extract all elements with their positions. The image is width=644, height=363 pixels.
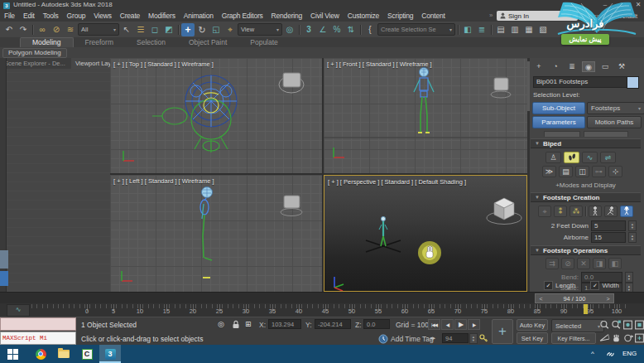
feet-down-spinner[interactable]: ▴▾ — [628, 220, 637, 231]
use-pivot-center-icon[interactable]: ◎ — [283, 23, 296, 36]
field-of-view-icon[interactable] — [599, 332, 610, 344]
clipped-button[interactable] — [544, 131, 580, 137]
motion-tab-icon[interactable]: ◉ — [582, 61, 595, 72]
airborne-field[interactable]: 15 — [591, 232, 626, 243]
spinner-snap-icon[interactable]: ⇅ — [344, 23, 358, 36]
schematic-view-icon[interactable]: ▧ — [536, 23, 550, 36]
taskbar-camtasia[interactable]: C — [76, 345, 98, 363]
menu-item-create[interactable]: Create — [116, 10, 144, 22]
select-by-name-icon[interactable]: ☰ — [134, 23, 147, 36]
zoom-icon[interactable] — [599, 319, 610, 331]
deactivate-footsteps-icon[interactable]: ⊘ — [561, 258, 574, 269]
viewport-left-label[interactable]: [ + ] [ Left ] [ Standard ] [ Wireframe … — [113, 177, 214, 185]
select-and-link-icon[interactable]: ∞ — [36, 23, 49, 36]
create-footsteps-append-icon[interactable]: ⁑ — [554, 206, 567, 217]
maximize-button[interactable]: ▢ — [616, 0, 631, 10]
snaps-toggle-icon[interactable]: 3 — [302, 23, 315, 36]
tray-link-icon[interactable] — [606, 350, 615, 359]
key-mode-toggle-icon[interactable] — [479, 334, 488, 343]
object-name-field[interactable]: Bip001 Footsteps — [533, 76, 627, 88]
next-frame-button[interactable]: > — [603, 296, 613, 302]
airborne-spinner[interactable]: ▴▾ — [628, 232, 637, 243]
length-checkbox-row[interactable]: ✓ Length — [544, 281, 575, 290]
select-and-move-icon[interactable]: + — [181, 23, 195, 36]
viewport-perspective[interactable]: [ + ] [ Perspective ] [ Standard ] [ Def… — [324, 175, 527, 292]
menu-item-file[interactable]: File — [0, 10, 19, 22]
object-color-swatch[interactable] — [627, 76, 639, 89]
display-tab-icon[interactable]: ▭ — [598, 61, 612, 72]
menu-item-animation[interactable]: Animation — [180, 10, 218, 22]
create-tab-icon[interactable]: + — [532, 61, 545, 72]
feet-down-field[interactable]: 5 — [591, 220, 626, 231]
tray-expand-chevron[interactable]: ^ — [591, 345, 594, 363]
auto-key-button[interactable]: Auto Key — [517, 319, 548, 331]
ribbon-tab-object-paint[interactable]: Object Paint — [177, 37, 238, 47]
minimize-button[interactable]: – — [598, 0, 613, 10]
select-and-rotate-icon[interactable]: ↻ — [195, 23, 209, 36]
angle-snap-icon[interactable]: ∠ — [316, 23, 329, 36]
viewport-front[interactable]: [ + ] [ Front ] [ Standard ] [ Wireframe… — [324, 58, 527, 173]
menu-item-views[interactable]: Views — [89, 10, 116, 22]
footstep-creation-rollout-header[interactable]: ▼ Footstep Creation — [531, 192, 641, 202]
close-button[interactable]: ✕ — [631, 0, 644, 10]
parameters-button[interactable]: Parameters — [532, 116, 585, 128]
taskbar-file-explorer[interactable] — [53, 345, 74, 363]
workspaces-control[interactable]: Workspaces: Default — [579, 10, 637, 22]
footstep-operations-rollout-header[interactable]: ▼ Footstep Operations — [531, 245, 641, 255]
menu-item-civil-view[interactable]: Civil View — [306, 10, 344, 22]
select-and-place-icon[interactable]: ⌖ — [223, 23, 237, 36]
selection-lock-icon[interactable] — [232, 320, 240, 329]
key-filters-button[interactable]: Key Filters... — [551, 332, 596, 344]
bend-spinner[interactable]: ▴▾ — [625, 272, 633, 283]
unlink-selection-icon[interactable]: ⊘ — [50, 23, 63, 36]
mixer-mode-icon[interactable]: ⇌ — [600, 152, 616, 163]
percent-snap-icon[interactable]: % — [330, 23, 344, 36]
width-checkbox-row[interactable]: ✓ Width — [590, 281, 618, 290]
save-file-icon[interactable]: ◫ — [575, 166, 589, 177]
motion-flow-mode-icon[interactable]: ∿ — [582, 152, 598, 163]
time-slider-handle[interactable]: < 94 / 100 > — [535, 293, 614, 303]
menu-item-customize[interactable]: Customize — [344, 10, 383, 22]
current-frame-field[interactable]: 94 — [442, 333, 469, 343]
taskbar-3ds-max-active[interactable]: 3 — [99, 345, 121, 363]
previous-frame-button[interactable]: ◀| — [441, 319, 454, 330]
selection-filter-dropdown[interactable]: All ▾ — [78, 23, 119, 36]
zoom-extents-all-icon[interactable] — [634, 319, 644, 331]
load-file-icon[interactable]: ▤ — [559, 166, 573, 177]
rectangular-selection-region-icon[interactable]: ◻ — [148, 23, 161, 36]
walk-icon[interactable] — [589, 206, 602, 217]
key-set-dropdown[interactable]: Selected ▾ — [551, 319, 604, 332]
go-to-start-button[interactable]: |◀◀ — [428, 319, 440, 330]
isolate-selection-icon[interactable]: ◎ — [218, 320, 224, 328]
align-icon[interactable]: ≣ — [475, 23, 488, 36]
edit-named-selection-sets-icon[interactable]: { — [363, 23, 377, 36]
create-footsteps-icon[interactable]: ⌖ — [538, 206, 551, 217]
set-keys-button[interactable]: + — [492, 319, 513, 344]
jump-icon[interactable] — [620, 206, 633, 217]
modify-tab-icon[interactable]: ◔ — [549, 61, 562, 72]
motion-paths-button[interactable]: Motion Paths — [587, 116, 642, 128]
reference-coordinate-dropdown[interactable]: View ▾ — [238, 23, 282, 36]
modes-and-display-expander[interactable]: +Modes and Display — [527, 182, 644, 189]
layer-explorer-icon[interactable]: ▤ — [494, 23, 507, 36]
start-button[interactable] — [2, 345, 23, 363]
menu-item-graph-editors[interactable]: Graph Editors — [218, 10, 267, 22]
ribbon-tab-populate[interactable]: Populate — [238, 37, 290, 47]
footstep-mode-icon[interactable] — [564, 152, 579, 163]
next-frame-button[interactable]: |▶ — [468, 319, 480, 330]
frame-step-arrows-icon[interactable]: ◂▸ — [430, 335, 435, 341]
maxscript-mini-listener[interactable] — [0, 317, 76, 331]
play-button[interactable]: ▶ — [454, 319, 467, 330]
polygon-modeling-button[interactable]: Polygon Modeling — [2, 48, 67, 58]
create-keys-icon[interactable]: ⇉ — [545, 258, 559, 269]
length-checkbox[interactable]: ✓ — [544, 281, 553, 290]
select-and-scale-icon[interactable]: ◱ — [209, 23, 223, 36]
convert-icon[interactable]: ⊶ — [592, 166, 606, 177]
zoom-all-icon[interactable] — [611, 319, 622, 331]
viewport-left[interactable]: [ + ] [ Left ] [ Standard ] [ Wireframe … — [110, 175, 322, 292]
menu-item-edit[interactable]: Edit — [19, 10, 39, 22]
pan-hand-icon[interactable] — [611, 332, 622, 344]
viewport-layout-active-button[interactable] — [0, 271, 8, 286]
z-field[interactable]: 0.0 — [363, 319, 390, 329]
zoom-extents-icon[interactable] — [622, 319, 633, 331]
